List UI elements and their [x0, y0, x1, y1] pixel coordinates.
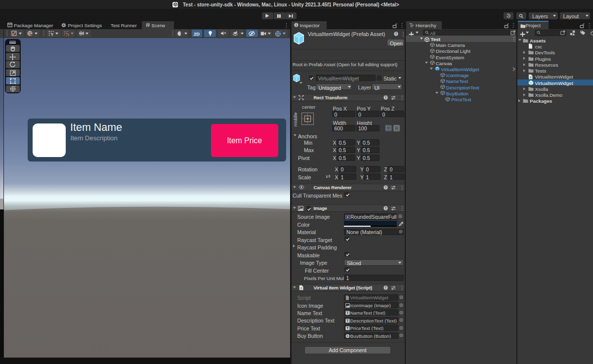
svg-text:T: T — [346, 327, 349, 330]
svg-text:?: ? — [384, 206, 386, 209]
svg-text:#: # — [300, 286, 302, 290]
svg-text:T: T — [346, 312, 349, 315]
svg-text:?: ? — [395, 32, 397, 36]
svg-text:?: ? — [384, 285, 386, 289]
svg-text:T: T — [346, 319, 349, 323]
svg-text:#: # — [530, 76, 532, 80]
svg-text:?: ? — [384, 95, 386, 99]
svg-text:?: ? — [384, 185, 386, 189]
